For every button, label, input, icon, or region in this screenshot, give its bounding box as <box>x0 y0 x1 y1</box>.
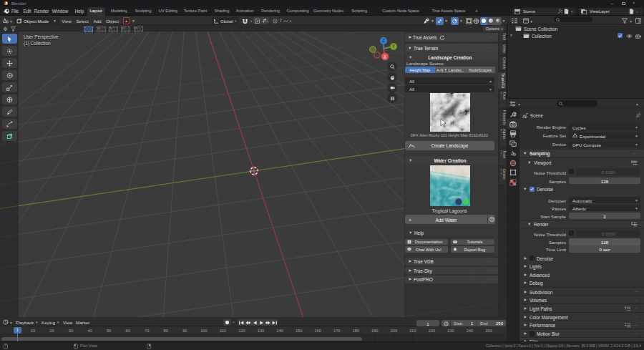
svg-text:X: X <box>384 54 387 59</box>
svg-text:Z: Z <box>382 38 385 43</box>
svg-text:Y: Y <box>392 44 396 49</box>
